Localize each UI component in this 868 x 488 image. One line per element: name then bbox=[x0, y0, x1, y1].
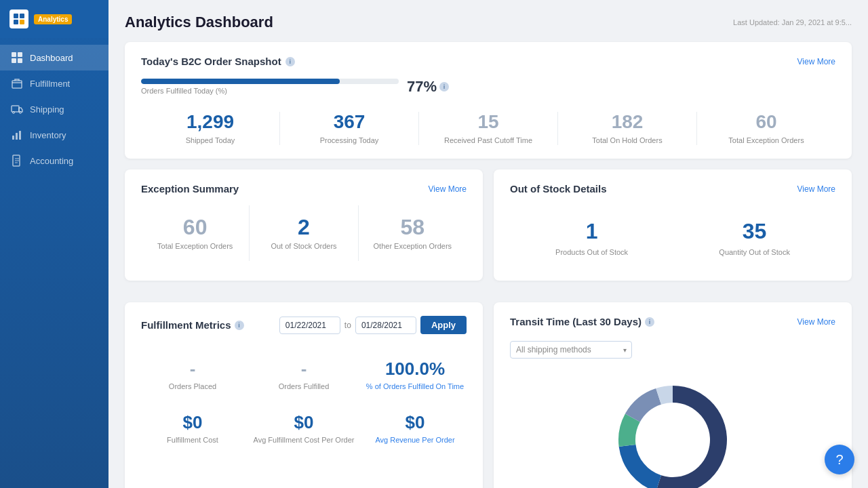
oos-label: Products Out of Stock bbox=[555, 248, 628, 256]
pct-info-icon[interactable]: i bbox=[439, 82, 449, 92]
donut-chart bbox=[605, 372, 741, 488]
shipping-method-select[interactable]: All shipping methods bbox=[510, 341, 632, 359]
oos-title: Out of Stock Details bbox=[510, 183, 607, 195]
oos-value: 35 bbox=[719, 219, 790, 244]
snapshot-view-more[interactable]: View More bbox=[797, 57, 835, 66]
metric-label: Shipped Today bbox=[149, 136, 271, 145]
exception-metric-item: 60Total Exception Orders bbox=[141, 205, 250, 261]
oos-label: Quantity Out of Stock bbox=[719, 248, 790, 256]
date-range: to Apply bbox=[279, 316, 467, 334]
sidebar-item-fulfillment[interactable]: Fulfillment bbox=[0, 70, 108, 96]
exc-label: Out of Stock Orders bbox=[255, 242, 352, 250]
sidebar-nav: Dashboard Fulfillment Shipping bbox=[0, 38, 108, 488]
svg-rect-5 bbox=[18, 52, 22, 57]
snapshot-info-icon[interactable]: i bbox=[285, 57, 295, 66]
sidebar-item-shipping[interactable]: Shipping bbox=[0, 96, 108, 122]
progress-label: Orders Fulfilled Today (%) bbox=[141, 87, 399, 95]
oos-view-more[interactable]: View More bbox=[797, 184, 835, 194]
page-header: Analytics Dashboard Last Updated: Jan 29… bbox=[125, 14, 852, 31]
fm-metrics-row2: $0Fulfillment Cost$0Avg Fulfillment Cost… bbox=[141, 404, 467, 452]
sidebar-item-accounting[interactable]: Accounting bbox=[0, 148, 108, 174]
fm-metric-label: Fulfillment Cost bbox=[141, 436, 244, 444]
apply-button[interactable]: Apply bbox=[420, 316, 467, 334]
exception-metrics: 60Total Exception Orders2Out of Stock Or… bbox=[141, 205, 467, 261]
date-from-input[interactable] bbox=[279, 317, 340, 334]
metric-value: 1,299 bbox=[149, 112, 271, 133]
snapshot-metric-item: 1,299Shipped Today bbox=[141, 112, 280, 145]
svg-rect-9 bbox=[12, 106, 19, 112]
exc-label: Total Exception Orders bbox=[146, 242, 243, 250]
oos-metrics: 1Products Out of Stock35Quantity Out of … bbox=[510, 208, 835, 267]
fm-metric-value: $0 bbox=[141, 412, 244, 433]
svg-rect-8 bbox=[12, 81, 22, 88]
metric-label: Received Past Cutoff Time bbox=[427, 136, 549, 145]
main-content: Analytics Dashboard Last Updated: Jan 29… bbox=[108, 0, 868, 488]
fm-metric-item: -Orders Fulfilled bbox=[252, 350, 355, 399]
fulfillment-metrics-card: Fulfillment Metrics i to Apply -Orders P… bbox=[125, 302, 483, 488]
metric-value: 367 bbox=[288, 112, 410, 133]
exception-metric-item: 2Out of Stock Orders bbox=[250, 205, 358, 261]
exception-summary-card: Exception Summary View More 60Total Exce… bbox=[125, 169, 483, 281]
chart-bar-icon bbox=[11, 129, 23, 141]
grid-icon bbox=[11, 52, 23, 64]
svg-rect-3 bbox=[20, 20, 24, 24]
oos-value: 1 bbox=[555, 219, 628, 244]
fm-metric-value: - bbox=[252, 359, 355, 380]
metric-value: 15 bbox=[427, 112, 549, 133]
last-updated: Last Updated: Jan 29, 2021 at 9:5... bbox=[733, 18, 852, 26]
exception-view-more[interactable]: View More bbox=[429, 184, 467, 194]
svg-rect-14 bbox=[19, 131, 21, 140]
snapshot-header: Today's B2C Order Snapshot i View More bbox=[141, 56, 835, 67]
float-button[interactable]: ? bbox=[825, 445, 854, 474]
transit-info-icon[interactable]: i bbox=[645, 317, 654, 327]
sidebar-item-inventory[interactable]: Inventory bbox=[0, 122, 108, 148]
metric-label: Processing Today bbox=[288, 136, 410, 145]
fm-metric-value: $0 bbox=[363, 412, 467, 433]
fm-metric-label[interactable]: Avg Revenue Per Order bbox=[363, 436, 467, 444]
snapshot-progress: Orders Fulfilled Today (%) 77% i bbox=[141, 78, 835, 96]
oos-metric-item: 1Products Out of Stock bbox=[539, 208, 644, 267]
sidebar-item-label: Shipping bbox=[30, 104, 64, 115]
metric-label: Total On Hold Orders bbox=[566, 136, 688, 145]
exc-label: Other Exception Orders bbox=[364, 242, 461, 250]
svg-rect-12 bbox=[12, 136, 14, 140]
fm-info-icon[interactable]: i bbox=[235, 321, 244, 330]
snapshot-metric-item: 60Total Exception Orders bbox=[697, 112, 835, 145]
box-icon bbox=[11, 77, 23, 89]
exception-metric-item: 58Other Exception Orders bbox=[359, 205, 467, 261]
fm-metric-item: -Orders Placed bbox=[141, 350, 244, 399]
fm-metric-value: $0 bbox=[252, 412, 355, 433]
sidebar-item-dashboard[interactable]: Dashboard bbox=[0, 45, 108, 70]
exc-value: 58 bbox=[364, 216, 461, 238]
date-to-input[interactable] bbox=[355, 317, 416, 334]
fm-metric-item: $0Fulfillment Cost bbox=[141, 404, 244, 452]
fm-metric-label: Orders Placed bbox=[141, 382, 244, 390]
analytics-badge: Analytics bbox=[34, 14, 72, 24]
oos-card: Out of Stock Details View More 1Products… bbox=[494, 169, 852, 281]
svg-rect-2 bbox=[14, 20, 18, 24]
snapshot-metric-item: 15Received Past Cutoff Time bbox=[419, 112, 558, 145]
pct-value: 77% i bbox=[407, 78, 449, 96]
fm-metrics-row1: -Orders Placed-Orders Fulfilled100.0%% o… bbox=[141, 350, 467, 399]
donut-segment bbox=[619, 445, 661, 488]
fm-metric-label: Orders Fulfilled bbox=[252, 382, 355, 390]
snapshot-metric-item: 182Total On Hold Orders bbox=[558, 112, 697, 145]
svg-point-10 bbox=[13, 112, 15, 114]
donut-chart-wrap bbox=[510, 372, 835, 488]
two-col-row: Exception Summary View More 60Total Exce… bbox=[125, 169, 852, 291]
sidebar-logo: Analytics bbox=[0, 0, 108, 38]
progress-bar-bg bbox=[141, 79, 399, 84]
oos-header: Out of Stock Details View More bbox=[510, 183, 835, 195]
exception-title: Exception Summary bbox=[141, 183, 239, 195]
svg-rect-7 bbox=[18, 58, 22, 63]
svg-rect-1 bbox=[20, 14, 24, 18]
progress-bar-wrap: Orders Fulfilled Today (%) bbox=[141, 79, 399, 95]
fm-metric-value: - bbox=[141, 359, 244, 380]
sidebar-item-label: Dashboard bbox=[30, 53, 73, 63]
transit-title: Transit Time (Last 30 Days) i bbox=[510, 316, 654, 327]
sidebar-item-label: Fulfillment bbox=[30, 79, 70, 89]
transit-view-more[interactable]: View More bbox=[797, 317, 835, 327]
transit-header: Transit Time (Last 30 Days) i View More bbox=[510, 316, 835, 327]
bottom-two-col: Fulfillment Metrics i to Apply -Orders P… bbox=[125, 302, 852, 488]
fm-metric-label[interactable]: % of Orders Fulfilled On Time bbox=[363, 382, 467, 390]
